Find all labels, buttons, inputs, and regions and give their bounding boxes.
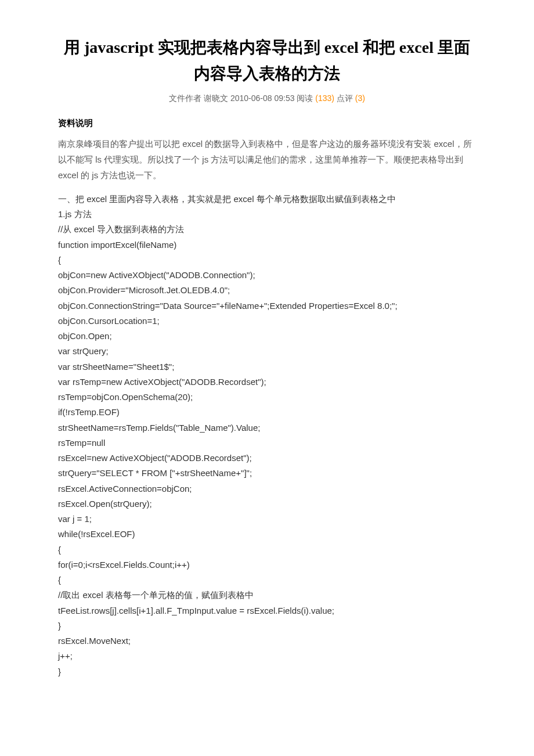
description-text: 南京泉峰项目的客户提出可以把 excel 的数据导入到表格中，但是客户这边的服务… bbox=[58, 136, 476, 183]
section-heading: 资料说明 bbox=[58, 116, 476, 130]
meta-prefix: 文件作者 谢晓文 2010-06-08 09:53 阅读 bbox=[169, 93, 313, 103]
document-title: 用 javascript 实现把表格内容导出到 excel 和把 excel 里… bbox=[58, 35, 476, 87]
meta-mid: 点评 bbox=[337, 93, 353, 103]
document-meta: 文件作者 谢晓文 2010-06-08 09:53 阅读 (133) 点评 (3… bbox=[58, 92, 476, 105]
read-count: (133) bbox=[315, 93, 334, 103]
comment-count: (3) bbox=[355, 93, 365, 103]
code-content: 一、把 excel 里面内容导入表格，其实就是把 excel 每个单元格数据取出… bbox=[58, 192, 476, 679]
